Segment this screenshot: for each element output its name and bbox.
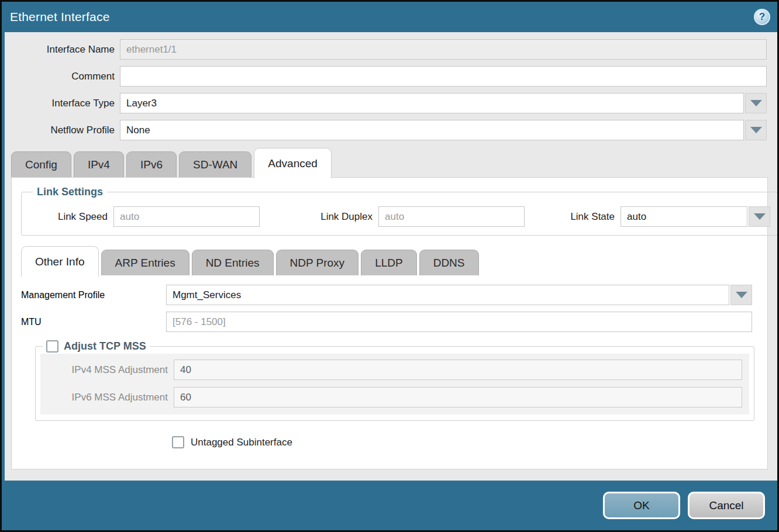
ipv6-mss-row: IPv6 MSS Adjustment xyxy=(40,387,742,407)
top-form: Interface Name Comment Interface Type Ne… xyxy=(2,32,777,147)
interface-name-label: Interface Name xyxy=(2,44,120,56)
ipv6-mss-field xyxy=(174,387,742,407)
untagged-subinterface-row: Untagged Subinterface xyxy=(172,436,758,448)
ipv4-mss-field xyxy=(174,360,742,380)
ok-button[interactable]: OK xyxy=(603,492,680,519)
link-settings-row: Link Speed Link Duplex Link State xyxy=(29,206,770,227)
tab-nd-entries[interactable]: ND Entries xyxy=(192,250,274,275)
netflow-profile-dropdown-button[interactable] xyxy=(745,120,767,140)
interface-type-value[interactable] xyxy=(120,93,744,113)
untagged-subinterface-checkbox[interactable] xyxy=(172,436,184,448)
mss-disabled-area: IPv4 MSS Adjustment IPv6 MSS Adjustment xyxy=(40,354,749,414)
link-state-dropdown[interactable] xyxy=(621,206,770,227)
link-duplex-field[interactable] xyxy=(378,206,525,227)
interface-name-row: Interface Name xyxy=(2,39,767,60)
link-speed-label: Link Speed xyxy=(29,211,113,223)
netflow-profile-dropdown[interactable] xyxy=(120,120,767,140)
comment-label: Comment xyxy=(2,71,120,82)
cancel-button[interactable]: Cancel xyxy=(688,492,765,519)
interface-type-dropdown-button[interactable] xyxy=(745,93,767,113)
chevron-down-icon xyxy=(750,127,762,133)
management-profile-value[interactable] xyxy=(166,285,729,305)
ethernet-interface-dialog: Ethernet Interface ? Interface Name Comm… xyxy=(0,0,779,532)
mtu-row: MTU xyxy=(21,312,758,332)
adjust-tcp-mss-group: Adjust TCP MSS IPv4 MSS Adjustment IPv6 … xyxy=(35,340,754,421)
help-icon[interactable]: ? xyxy=(754,9,770,25)
adjust-tcp-mss-label: Adjust TCP MSS xyxy=(64,340,146,353)
netflow-profile-label: Netflow Profile xyxy=(2,125,120,136)
interface-type-label: Interface Type xyxy=(2,98,120,109)
netflow-profile-row: Netflow Profile xyxy=(2,120,767,140)
sub-tab-strip: Other Info ARP Entries ND Entries NDP Pr… xyxy=(21,246,758,275)
chevron-down-icon xyxy=(750,100,762,106)
mtu-label: MTU xyxy=(21,317,166,327)
tab-advanced[interactable]: Advanced xyxy=(254,148,332,178)
advanced-tab-panel: Link Settings Link Speed Link Duplex Lin… xyxy=(11,177,768,469)
link-settings-legend: Link Settings xyxy=(33,186,107,198)
management-profile-row: Management Profile xyxy=(21,285,758,305)
tab-ndp-proxy[interactable]: NDP Proxy xyxy=(276,250,359,275)
comment-row: Comment xyxy=(2,66,767,87)
tab-ipv6[interactable]: IPv6 xyxy=(126,151,177,177)
netflow-profile-value[interactable] xyxy=(120,120,744,140)
dialog-footer: OK Cancel xyxy=(2,481,777,530)
chevron-down-icon xyxy=(736,292,747,298)
link-state-label: Link State xyxy=(562,211,621,223)
main-tab-strip: Config IPv4 IPv6 SD-WAN Advanced xyxy=(11,148,777,177)
link-settings-group: Link Settings Link Speed Link Duplex Lin… xyxy=(21,186,778,236)
link-speed-field[interactable] xyxy=(113,206,260,227)
tab-lldp[interactable]: LLDP xyxy=(361,250,417,275)
ipv6-mss-label: IPv6 MSS Adjustment xyxy=(40,392,174,403)
interface-name-field xyxy=(120,39,767,60)
link-duplex-label: Link Duplex xyxy=(288,211,378,223)
interface-type-dropdown[interactable] xyxy=(120,93,767,113)
comment-field[interactable] xyxy=(120,66,767,87)
dialog-title: Ethernet Interface xyxy=(10,10,110,24)
other-info-panel: Management Profile MTU Adjust TCP MSS xyxy=(21,275,758,448)
tab-config[interactable]: Config xyxy=(11,151,71,177)
mtu-field[interactable] xyxy=(166,312,752,332)
link-state-dropdown-button[interactable] xyxy=(749,206,770,227)
chevron-down-icon xyxy=(754,213,766,220)
tab-sdwan[interactable]: SD-WAN xyxy=(179,151,251,177)
management-profile-label: Management Profile xyxy=(21,290,166,300)
ipv4-mss-row: IPv4 MSS Adjustment xyxy=(40,360,742,380)
ipv4-mss-label: IPv4 MSS Adjustment xyxy=(40,364,174,376)
untagged-subinterface-label: Untagged Subinterface xyxy=(191,437,292,448)
adjust-tcp-mss-checkbox[interactable] xyxy=(46,340,58,353)
tab-ipv4[interactable]: IPv4 xyxy=(74,151,124,177)
management-profile-dropdown[interactable] xyxy=(166,285,752,305)
management-profile-dropdown-button[interactable] xyxy=(730,285,752,305)
tab-other-info[interactable]: Other Info xyxy=(21,246,99,277)
adjust-tcp-mss-legend: Adjust TCP MSS xyxy=(43,340,150,353)
tab-ddns[interactable]: DDNS xyxy=(419,250,479,275)
tab-arp-entries[interactable]: ARP Entries xyxy=(101,250,189,275)
interface-type-row: Interface Type xyxy=(2,93,767,113)
link-state-value[interactable] xyxy=(621,206,747,227)
dialog-titlebar: Ethernet Interface ? xyxy=(2,2,777,32)
